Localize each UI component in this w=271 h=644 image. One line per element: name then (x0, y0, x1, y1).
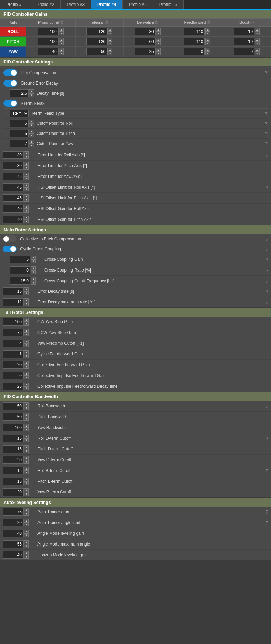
row-down[interactable]: ▼ (24, 209, 29, 213)
row-up[interactable]: ▲ (24, 456, 29, 460)
profile-tab-1[interactable]: Profile #1 (0, 0, 30, 9)
row-input[interactable] (3, 151, 24, 159)
row-input[interactable] (3, 216, 24, 223)
row-up[interactable]: ▲ (24, 488, 29, 492)
error-decay-max-input[interactable] (3, 298, 24, 306)
iterm-type-select[interactable]: RPYRPR (10, 110, 29, 117)
row-help-icon[interactable]: ? (263, 404, 268, 409)
row-input[interactable] (3, 173, 24, 180)
proportional-input[interactable] (38, 28, 59, 35)
error-decay-time-input[interactable] (3, 287, 24, 295)
proportional-down[interactable]: ▼ (59, 32, 64, 35)
error-decay-max-down[interactable]: ▼ (24, 302, 29, 306)
row-down[interactable]: ▼ (24, 322, 29, 326)
profile-tab-2[interactable]: Profile #2 (30, 0, 61, 9)
row-input[interactable] (3, 530, 24, 537)
row-input[interactable] (3, 329, 24, 336)
feedforward-input[interactable] (184, 28, 205, 35)
row-down[interactable]: ▼ (24, 406, 29, 410)
proportional-up[interactable]: ▲ (59, 38, 64, 42)
row-up[interactable]: ▲ (24, 402, 29, 406)
integral-up[interactable]: ▲ (107, 38, 112, 42)
cc-cutoff-up[interactable]: ▲ (31, 277, 36, 281)
row-up[interactable]: ▲ (24, 194, 29, 198)
cyclic-cc-toggle[interactable] (3, 246, 17, 252)
profile-tab-6[interactable]: Profile #6 (153, 0, 184, 9)
feedforward-down[interactable]: ▼ (205, 52, 210, 55)
integral-down[interactable]: ▼ (107, 52, 112, 55)
row-input[interactable] (3, 340, 24, 347)
row-input[interactable] (3, 508, 24, 516)
boost-up[interactable]: ▲ (255, 38, 260, 42)
row-down[interactable]: ▼ (24, 512, 29, 516)
decay-time-up[interactable]: ▲ (29, 89, 34, 93)
row-input[interactable] (3, 383, 24, 390)
row-down[interactable]: ▼ (24, 333, 29, 336)
cc-cutoff-input[interactable] (10, 277, 30, 285)
row-input[interactable] (3, 413, 24, 421)
cyclic-cc-toggle-wrap[interactable] (3, 246, 17, 252)
cutoff-roll-up[interactable]: ▲ (29, 120, 34, 123)
row-up[interactable]: ▲ (24, 467, 29, 471)
row-up[interactable]: ▲ (24, 435, 29, 438)
row-up[interactable]: ▲ (24, 445, 29, 449)
derivative-up[interactable]: ▲ (156, 38, 161, 42)
row-up[interactable]: ▲ (24, 383, 29, 386)
boost-down[interactable]: ▼ (255, 42, 260, 45)
row-help-icon[interactable]: ? (263, 520, 268, 525)
row-input[interactable] (3, 435, 24, 442)
cutoff-roll-input[interactable] (10, 120, 29, 127)
proportional-up[interactable]: ▲ (59, 28, 64, 32)
row-down[interactable]: ▼ (24, 354, 29, 358)
row-up[interactable]: ▲ (24, 350, 29, 354)
collective-pitch-help[interactable]: ? (263, 237, 268, 242)
row-up[interactable]: ▲ (24, 340, 29, 343)
row-down[interactable]: ▼ (24, 386, 29, 390)
cc-ratio-up[interactable]: ▲ (31, 266, 36, 270)
row-down[interactable]: ▼ (24, 365, 29, 369)
cc-cutoff-help[interactable]: ? (263, 278, 268, 284)
integral-up[interactable]: ▲ (107, 48, 112, 52)
error-decay-time-help[interactable]: ? (263, 289, 268, 294)
row-down[interactable]: ▼ (24, 155, 29, 159)
proportional-down[interactable]: ▼ (59, 52, 64, 55)
row-up[interactable]: ▲ (24, 551, 29, 555)
row-down[interactable]: ▼ (24, 523, 29, 526)
row-input[interactable] (3, 194, 24, 202)
row-up[interactable]: ▲ (24, 478, 29, 481)
row-up[interactable]: ▲ (24, 318, 29, 322)
row-help-icon[interactable]: ? (263, 436, 268, 441)
row-up[interactable]: ▲ (24, 413, 29, 417)
collective-pitch-toggle[interactable] (3, 235, 17, 242)
error-decay-max-up[interactable]: ▲ (24, 298, 29, 302)
proportional-down[interactable]: ▼ (59, 42, 64, 45)
cc-ratio-help[interactable]: ? (263, 268, 268, 273)
piro-toggle-wrap[interactable] (3, 69, 17, 76)
derivative-up[interactable]: ▲ (156, 28, 161, 32)
error-decay-max-help[interactable]: ? (263, 300, 268, 305)
profile-tab-5[interactable]: Profile #5 (123, 0, 153, 9)
iterm-relax-toggle[interactable] (3, 100, 17, 107)
profile-tab-3[interactable]: Profile #3 (61, 0, 91, 9)
cutoff-yaw-help[interactable]: ? (262, 141, 268, 146)
row-down[interactable]: ▼ (24, 428, 29, 431)
row-down[interactable]: ▼ (24, 449, 29, 453)
row-input[interactable] (3, 478, 24, 485)
cutoff-roll-help[interactable]: ? (262, 121, 268, 126)
iterm-type-help[interactable]: ? (262, 111, 268, 116)
row-input[interactable] (3, 318, 24, 326)
cc-cutoff-down[interactable]: ▼ (31, 281, 36, 285)
derivative-down[interactable]: ▼ (156, 52, 161, 55)
row-input[interactable] (3, 361, 24, 369)
integral-up[interactable]: ▲ (107, 28, 112, 32)
proportional-input[interactable] (38, 48, 59, 55)
feedforward-down[interactable]: ▼ (205, 32, 210, 35)
row-help-icon[interactable]: ? (263, 153, 268, 158)
row-input[interactable] (3, 519, 24, 526)
cutoff-yaw-up[interactable]: ▲ (29, 140, 34, 144)
proportional-input[interactable] (38, 38, 59, 45)
error-decay-time-down[interactable]: ▼ (24, 291, 29, 295)
decay-time-input[interactable] (10, 89, 29, 97)
row-down[interactable]: ▼ (24, 187, 29, 191)
collective-pitch-toggle-wrap[interactable] (3, 235, 17, 242)
